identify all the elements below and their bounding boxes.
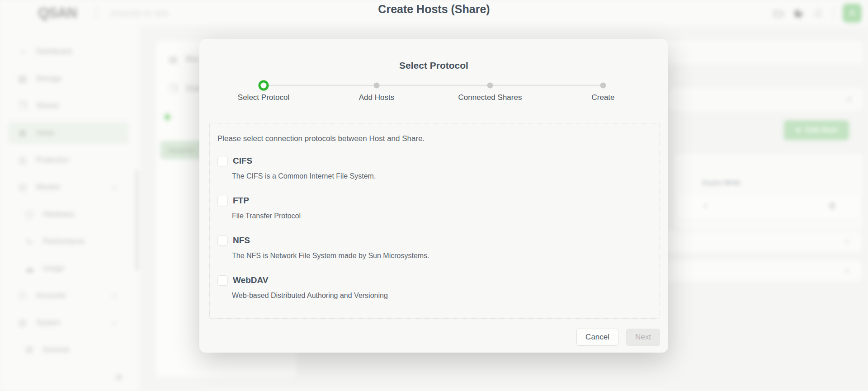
monitor-icon: ⊡ xyxy=(16,182,29,193)
accordion-header[interactable]: ∨ xyxy=(669,88,863,111)
sidebar-item-label: System xyxy=(36,319,60,327)
protocol-name: NFS xyxy=(233,236,250,245)
performance-icon: ∿ xyxy=(23,236,36,247)
checkbox-ftp[interactable] xyxy=(217,196,228,206)
protocol-option-ftp: FTP File Transfer Protocol xyxy=(217,195,651,222)
sidebar-item-label: Shares xyxy=(36,102,59,110)
sidebar-item-label: Performance xyxy=(43,237,85,245)
next-button[interactable]: Next xyxy=(626,329,660,346)
sidebar-item-label: Accounts xyxy=(36,292,66,300)
sidebar-collapse-icon[interactable]: « xyxy=(116,370,122,384)
step-label: Create xyxy=(591,93,614,102)
host-detail-card: Async Write ∨ ⚙ xyxy=(675,154,863,230)
step-dot-icon xyxy=(374,83,380,89)
sidebar-item-label: Storage xyxy=(36,75,61,83)
app-root: QSAN XN4226D-4C-9D8 A ◔ xyxy=(0,0,868,391)
protocol-option-cifs: CIFS The CIFS is a Common Internet File … xyxy=(217,155,651,182)
step-dot-icon xyxy=(600,83,606,89)
checkbox-nfs[interactable] xyxy=(217,236,228,246)
sidebar-item-label: Protection xyxy=(36,156,69,164)
sidebar-item-hardware[interactable]: ⬡ Hardware xyxy=(0,201,140,228)
section-chevron-icon: ∨ xyxy=(112,292,117,299)
async-write-label: Async Write xyxy=(702,179,741,186)
cancel-button[interactable]: Cancel xyxy=(576,329,618,346)
protocol-description: The NFS is Network File System made by S… xyxy=(232,252,651,262)
sidebar-item-shares[interactable]: ❐ Shares xyxy=(0,92,140,119)
protocol-name: WebDAV xyxy=(233,275,268,285)
async-write-select[interactable]: ∨ ⚙ xyxy=(677,194,860,219)
checkbox-cifs[interactable] xyxy=(217,156,228,166)
chevron-right-icon: › xyxy=(845,235,849,248)
instruction-text: Please select connection protocols betwe… xyxy=(217,134,651,143)
sidebar-item-label: General xyxy=(43,346,69,354)
pencil-icon: ✎ xyxy=(796,126,802,135)
section-chevron-icon: ∧ xyxy=(112,320,117,326)
block-icon: ▤ xyxy=(167,54,179,65)
chevron-right-icon: › xyxy=(845,264,849,277)
storage-icon: ▤ xyxy=(16,73,29,84)
add-host-button[interactable]: + xyxy=(163,108,172,125)
hardware-icon: ⬡ xyxy=(23,209,36,220)
usage-icon: ☁ xyxy=(23,263,36,274)
sidebar-item-hosts[interactable]: ⊞ Hosts xyxy=(0,119,140,146)
share-folder-icon: ❐ xyxy=(167,83,179,94)
stepper: Select Protocol Add Hosts Connected Shar… xyxy=(264,85,603,107)
sidebar-item-label: Dashboard xyxy=(36,47,71,56)
sidebar-item-accounts[interactable]: ⚇ Accounts ∨ xyxy=(0,282,140,309)
step-label: Select Protocol xyxy=(238,93,289,102)
sidebar-item-label: Hosts xyxy=(36,129,55,137)
accounts-icon: ⚇ xyxy=(16,290,29,301)
sidebar-item-label: Usage xyxy=(43,264,64,273)
protection-icon: ◎ xyxy=(16,155,29,165)
modal-title: Select Protocol xyxy=(199,60,668,71)
chevron-down-icon: ∨ xyxy=(703,202,708,210)
system-icon: ⊟ xyxy=(16,317,29,328)
protocol-description: The CIFS is a Common Internet File Syste… xyxy=(232,172,651,182)
section-chevron-icon: ∧ xyxy=(112,184,117,191)
dashboard-icon: ◔ xyxy=(16,47,29,57)
step-label: Add Hosts xyxy=(359,93,394,102)
accordion-row[interactable]: › xyxy=(660,231,862,252)
protocol-option-webdav: WebDAV Web-based Distributed Authoring a… xyxy=(217,274,651,301)
sidebar-scrollbar[interactable] xyxy=(136,170,138,271)
protocol-name: FTP xyxy=(233,196,249,206)
sidebar-item-label: Hardware xyxy=(43,210,74,218)
modal-actions: Cancel Next xyxy=(576,329,660,346)
checkbox-webdav[interactable] xyxy=(217,275,228,286)
sidebar-item-general[interactable]: ⚙ General xyxy=(0,336,140,363)
hosts-icon: ⊞ xyxy=(16,127,29,138)
protocol-box: Please select connection protocols betwe… xyxy=(209,123,660,319)
stepper-line xyxy=(264,85,603,86)
list-item-label: Bloc xyxy=(186,55,200,63)
list-item-label: Shar xyxy=(186,85,201,93)
general-icon: ⚙ xyxy=(23,344,36,355)
shares-icon: ❐ xyxy=(16,100,29,111)
protocol-name: CIFS xyxy=(233,156,252,166)
step-label: Connected Shares xyxy=(458,93,522,102)
protocol-description: Web-based Distributed Authoring and Vers… xyxy=(232,292,651,301)
protocol-description: File Transfer Protocol xyxy=(232,212,651,222)
gear-icon[interactable]: ⚙ xyxy=(828,201,836,211)
sidebar-item-monitor[interactable]: ⊡ Monitor ∧ xyxy=(0,174,140,201)
accordion-row[interactable]: › xyxy=(660,260,862,281)
protocol-option-nfs: NFS The NFS is Network File System made … xyxy=(217,235,651,262)
step-dot-icon xyxy=(487,83,493,89)
sidebar-item-performance[interactable]: ∿ Performance xyxy=(0,228,140,255)
chevron-down-icon: ∨ xyxy=(846,94,853,104)
page-title: Create Hosts (Share) xyxy=(0,1,868,17)
sidebar-item-usage[interactable]: ☁ Usage xyxy=(0,255,140,282)
sidebar: ◔ Dashboard ▤ Storage ❐ Shares ⊞ xyxy=(0,26,140,391)
edit-host-button[interactable]: ✎ Edit Host xyxy=(784,120,849,140)
sidebar-item-protection[interactable]: ◎ Protection xyxy=(0,146,140,174)
edit-host-label: Edit Host xyxy=(806,126,837,134)
sidebar-item-label: Monitor xyxy=(36,183,60,191)
create-hosts-modal: Select Protocol Select Protocol Add Host… xyxy=(199,39,668,353)
sidebar-item-system[interactable]: ⊟ System ∧ xyxy=(0,309,140,336)
sidebar-item-dashboard[interactable]: ◔ Dashboard xyxy=(0,38,140,65)
sidebar-item-storage[interactable]: ▤ Storage xyxy=(0,65,140,92)
step-dot-icon xyxy=(259,80,269,91)
